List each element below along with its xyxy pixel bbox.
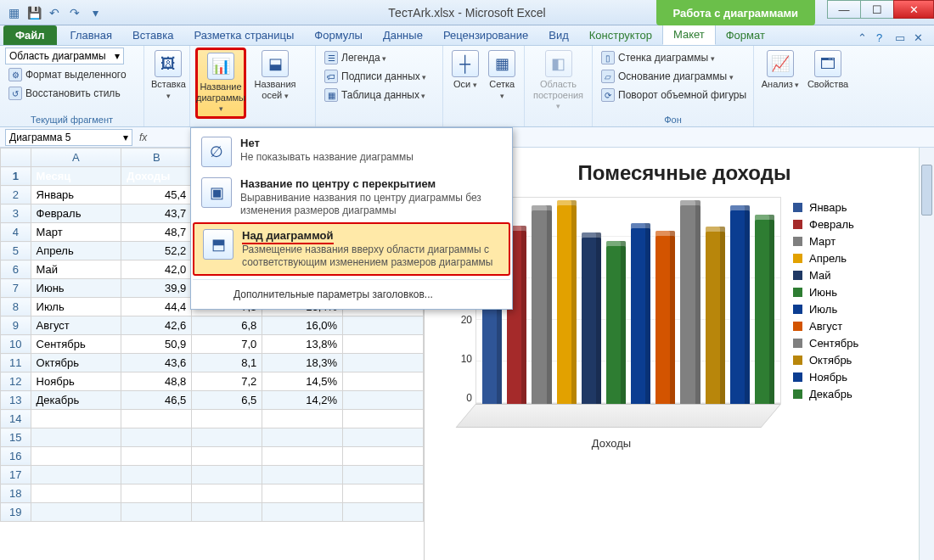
cell[interactable] — [121, 503, 192, 522]
tab-формат[interactable]: Формат — [716, 25, 775, 45]
legend-item[interactable]: Май — [793, 269, 858, 282]
tab-данные[interactable]: Данные — [373, 25, 433, 45]
cell[interactable] — [31, 466, 121, 484]
row-header[interactable]: 12 — [1, 372, 31, 391]
cell[interactable]: Март — [31, 223, 121, 242]
cell[interactable]: 8,1 — [192, 354, 262, 372]
data-labels-button[interactable]: 🏷Подписи данных — [321, 68, 430, 85]
tab-разметка страницы[interactable]: Разметка страницы — [183, 25, 304, 45]
row-header[interactable]: 18 — [1, 484, 31, 503]
chart-title-text[interactable]: Помесячные доходы — [442, 161, 927, 185]
tab-конструктор[interactable]: Конструктор — [579, 25, 662, 45]
cell[interactable]: 46,5 — [121, 391, 192, 410]
rotation-3d-button[interactable]: ⟳Поворот объемной фигуры — [598, 87, 750, 104]
insert-button[interactable]: 🖼 Вставка — [149, 48, 188, 103]
cell[interactable]: 44,4 — [121, 298, 192, 316]
cell[interactable]: 43,7 — [121, 204, 192, 223]
header-cell[interactable]: Месяц — [31, 167, 121, 186]
row-header[interactable]: 2 — [1, 186, 31, 204]
cell[interactable] — [121, 466, 192, 484]
chart-bar[interactable] — [631, 223, 650, 404]
legend-item[interactable]: Апрель — [793, 252, 858, 265]
maximize-button[interactable]: ☐ — [860, 0, 894, 19]
cell[interactable]: Июль — [31, 298, 121, 316]
format-selection-button[interactable]: ⚙Формат выделенного — [5, 66, 138, 83]
chart-bar[interactable] — [706, 227, 725, 404]
cell[interactable] — [31, 447, 121, 466]
row-header[interactable]: 15 — [1, 428, 31, 447]
cell[interactable]: 7,2 — [192, 372, 262, 391]
cell[interactable]: Ноябрь — [31, 372, 121, 391]
chart-bar[interactable] — [755, 215, 774, 404]
cell[interactable]: 39,9 — [121, 279, 192, 298]
axes-button[interactable]: ┼Оси — [448, 48, 482, 92]
cell[interactable]: Апрель — [31, 242, 121, 260]
row-header[interactable]: 11 — [1, 354, 31, 372]
window-state-icon[interactable]: ▭ — [895, 31, 909, 45]
chart-bar[interactable] — [557, 200, 577, 404]
cell[interactable]: Январь — [31, 186, 121, 204]
chart-bar[interactable] — [730, 205, 750, 404]
row-header[interactable]: 16 — [1, 447, 31, 466]
cell[interactable]: 6,8 — [192, 316, 262, 335]
legend-item[interactable]: Июнь — [793, 286, 858, 299]
select-all-corner[interactable] — [1, 148, 31, 167]
close-button[interactable]: ✕ — [893, 0, 934, 19]
tab-вид[interactable]: Вид — [538, 25, 579, 45]
chart-floor-button[interactable]: ▱Основание диаграммы — [598, 68, 750, 85]
chart-bar[interactable] — [532, 205, 551, 404]
data-table-button[interactable]: ▦Таблица данных — [321, 87, 430, 104]
properties-button[interactable]: 🗔Свойства — [805, 48, 851, 92]
cell[interactable] — [121, 410, 192, 428]
cell[interactable]: 52,2 — [121, 242, 192, 260]
cell[interactable] — [262, 410, 343, 428]
cell[interactable] — [192, 466, 262, 484]
row-header[interactable]: 3 — [1, 204, 31, 223]
scrollbar-thumb[interactable] — [921, 165, 932, 216]
dropdown-more-options[interactable]: Дополнительные параметры заголовков... — [193, 283, 510, 305]
vertical-scrollbar[interactable] — [919, 148, 934, 560]
row-header[interactable]: 8 — [1, 298, 31, 316]
cell[interactable] — [192, 428, 262, 447]
legend-item[interactable]: Август — [793, 320, 858, 333]
undo-icon[interactable]: ↶ — [46, 4, 63, 21]
cell[interactable] — [192, 410, 262, 428]
chart-wall-button[interactable]: ▯Стенка диаграммы — [598, 49, 750, 66]
chart-bar[interactable] — [606, 241, 626, 404]
minimize-button[interactable]: — — [827, 0, 861, 19]
tab-главная[interactable]: Главная — [60, 25, 122, 45]
cell[interactable] — [31, 484, 121, 503]
column-header-A[interactable]: A — [31, 148, 121, 167]
cell[interactable]: 14,2% — [262, 391, 343, 410]
save-icon[interactable]: 💾 — [25, 4, 42, 21]
cell[interactable]: 42,0 — [121, 260, 192, 279]
name-box[interactable]: Диаграмма 5▾ — [5, 129, 132, 146]
fx-icon[interactable]: fx — [132, 132, 154, 143]
tab-file[interactable]: Файл — [3, 25, 57, 45]
cell[interactable]: 16,0% — [262, 316, 343, 335]
axis-titles-button[interactable]: ⬓ Названия осей — [250, 48, 301, 103]
tab-формулы[interactable]: Формулы — [304, 25, 373, 45]
chart-title-button[interactable]: 📊 Название диаграммы — [195, 48, 246, 119]
cell[interactable]: Сентябрь — [31, 335, 121, 354]
row-header[interactable]: 10 — [1, 335, 31, 354]
cell[interactable]: Май — [31, 260, 121, 279]
cell[interactable] — [262, 466, 343, 484]
cell[interactable] — [121, 447, 192, 466]
gridlines-button[interactable]: ▦Сетка — [486, 48, 520, 103]
dropdown-item-none[interactable]: ∅ Нет Не показывать название диаграммы — [193, 132, 510, 172]
cell[interactable]: 18,3% — [262, 354, 343, 372]
row-header[interactable]: 7 — [1, 279, 31, 298]
cell[interactable]: 6,5 — [192, 391, 262, 410]
cell[interactable] — [192, 447, 262, 466]
column-header-B[interactable]: B — [121, 148, 192, 167]
dropdown-item-centered-overlay[interactable]: ▣ Название по центру с перекрытием Вырав… — [193, 172, 510, 222]
cell[interactable]: 48,8 — [121, 372, 192, 391]
minimize-ribbon-icon[interactable]: ⌃ — [858, 31, 871, 45]
cell[interactable]: 45,4 — [121, 186, 192, 204]
cell[interactable] — [262, 503, 343, 522]
reset-style-button[interactable]: ↺Восстановить стиль — [5, 85, 138, 102]
close-workbook-icon[interactable]: ✕ — [914, 31, 927, 45]
row-header[interactable]: 17 — [1, 466, 31, 484]
cell[interactable] — [262, 484, 343, 503]
